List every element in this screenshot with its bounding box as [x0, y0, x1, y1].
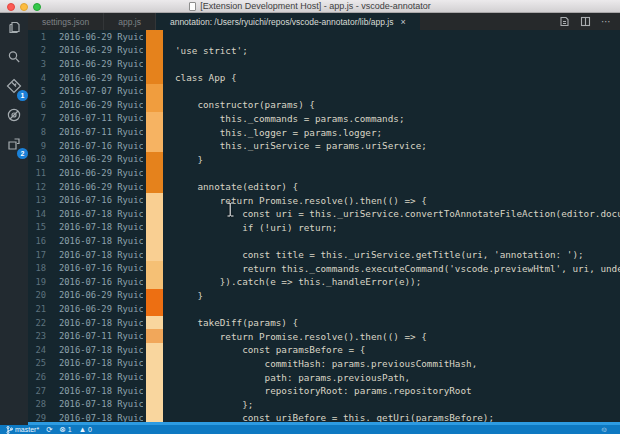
- annotation-line[interactable]: 27 2016-07-18 Ryuich. repositoryRoot: pa…: [28, 384, 620, 398]
- heat-strip: [146, 234, 163, 248]
- annotation-line[interactable]: 23 2016-07-11 Ryuich. return Promise.res…: [28, 329, 620, 343]
- annotation-line[interactable]: 13 2016-07-16 Ryuich. return Promise.res…: [28, 193, 620, 207]
- line-number: 17: [28, 250, 46, 260]
- code-text: if (!uri) return;: [175, 222, 337, 233]
- annotation-editor[interactable]: 1 2016-06-29 Ryuich. 2 2016-06-29 Ryuich…: [28, 30, 620, 425]
- heat-strip: [146, 289, 163, 303]
- commit-date-author: 2016-06-29 Ryuich.: [59, 32, 143, 42]
- zoom-window-button[interactable]: [33, 3, 41, 11]
- code-text: this._logger = params.logger;: [175, 127, 382, 138]
- line-number: 12: [28, 182, 46, 192]
- heat-strip: [146, 112, 163, 126]
- split-editor-icon[interactable]: [580, 16, 591, 27]
- code-text: constructor(params) {: [175, 99, 315, 110]
- status-bar: master* ⟳ ⊗ 1 ▲ 0 ☺: [0, 425, 620, 434]
- annotation-line[interactable]: 1 2016-06-29 Ryuich.: [28, 30, 620, 44]
- line-number: 16: [28, 236, 46, 246]
- branch-icon: [6, 426, 13, 434]
- line-number: 10: [28, 154, 46, 164]
- sidebar-item-extensions[interactable]: 2: [0, 129, 28, 158]
- heat-strip: [146, 275, 163, 289]
- code-text: takeDiff(params) {: [175, 317, 298, 328]
- annotation-line[interactable]: 17 2016-07-18 Ryuich. const title = this…: [28, 248, 620, 262]
- git-branch-status[interactable]: master*: [6, 426, 39, 434]
- annotation-line[interactable]: 14 2016-07-18 Ryuich. const uri = this._…: [28, 207, 620, 221]
- heat-strip: [146, 84, 163, 98]
- search-icon: [6, 49, 22, 65]
- commit-date-author: 2016-07-11 Ryuich.: [59, 331, 143, 341]
- line-number: 15: [28, 222, 46, 232]
- annotation-line[interactable]: 26 2016-07-18 Ryuich. path: params.previ…: [28, 370, 620, 384]
- heat-strip: [146, 193, 163, 207]
- code-text: commitHash: params.previousCommitHash,: [175, 358, 477, 369]
- annotation-line[interactable]: 25 2016-07-18 Ryuich. commitHash: params…: [28, 357, 620, 371]
- code-text: const title = this._uriService.getTitle(…: [175, 249, 584, 260]
- commit-date-author: 2016-07-18 Ryuich.: [59, 372, 143, 382]
- annotation-line[interactable]: 24 2016-07-18 Ryuich. const paramsBefore…: [28, 343, 620, 357]
- heat-strip: [146, 207, 163, 221]
- commit-date-author: 2016-06-29 Ryuich.: [59, 100, 143, 110]
- heat-strip: [146, 370, 163, 384]
- line-number: 2: [28, 45, 46, 55]
- sidebar-item-search[interactable]: [0, 42, 28, 71]
- annotation-line[interactable]: 7 2016-07-11 Ryuich. this._commands = pa…: [28, 112, 620, 126]
- warning-count[interactable]: ▲ 0: [79, 425, 92, 434]
- heat-strip: [146, 384, 163, 398]
- code-text: }: [175, 290, 203, 301]
- sync-icon[interactable]: ⟳: [46, 425, 52, 434]
- heat-strip: [146, 57, 163, 71]
- commit-date-author: 2016-07-16 Ryuich.: [59, 195, 143, 205]
- tab-app-js[interactable]: app.js: [104, 13, 156, 30]
- tab-label: app.js: [118, 17, 141, 27]
- close-tab-icon[interactable]: ×: [400, 17, 405, 27]
- annotation-line[interactable]: 4 2016-06-29 Ryuich. class App {: [28, 71, 620, 85]
- open-preview-icon[interactable]: [559, 16, 570, 27]
- feedback-smiley-icon[interactable]: ☺: [600, 425, 608, 434]
- editor-actions: ⋯: [559, 13, 620, 30]
- annotation-line[interactable]: 3 2016-06-29 Ryuich.: [28, 57, 620, 71]
- annotation-line[interactable]: 28 2016-07-18 Ryuich. };: [28, 397, 620, 411]
- annotation-line[interactable]: 22 2016-07-18 Ryuich. takeDiff(params) {: [28, 316, 620, 330]
- tab-bar: settings.json app.js annotation: /Users/…: [28, 13, 620, 30]
- tab-settings-json[interactable]: settings.json: [28, 13, 104, 30]
- line-number: 7: [28, 113, 46, 123]
- sidebar-item-git[interactable]: 1: [0, 71, 28, 100]
- commit-date-author: 2016-06-29 Ryuich.: [59, 304, 143, 314]
- sidebar-item-explorer[interactable]: [0, 13, 28, 42]
- line-number: 1: [28, 32, 46, 42]
- annotation-line[interactable]: 20 2016-06-29 Ryuich. }: [28, 289, 620, 303]
- annotation-line[interactable]: 8 2016-07-11 Ryuich. this._logger = para…: [28, 125, 620, 139]
- commit-date-author: 2016-07-18 Ryuich.: [59, 399, 143, 409]
- minimize-window-button[interactable]: [20, 3, 28, 11]
- code-text: this._commands = params.commands;: [175, 113, 405, 124]
- annotation-line[interactable]: 19 2016-07-16 Ryuich. }).catch(e => this…: [28, 275, 620, 289]
- tab-annotation-app-js[interactable]: annotation: /Users/ryuichi/repos/vscode-…: [156, 13, 420, 30]
- commit-date-author: 2016-06-29 Ryuich.: [59, 290, 143, 300]
- annotation-line[interactable]: 15 2016-07-18 Ryuich. if (!uri) return;: [28, 221, 620, 235]
- commit-date-author: 2016-07-11 Ryuich.: [59, 113, 143, 123]
- annotation-line[interactable]: 16 2016-07-18 Ryuich.: [28, 234, 620, 248]
- error-icon: ⊗: [59, 425, 65, 434]
- commit-date-author: 2016-07-18 Ryuich.: [59, 222, 143, 232]
- sidebar-item-debug[interactable]: [0, 100, 28, 129]
- error-count[interactable]: ⊗ 1: [59, 425, 71, 434]
- heat-strip: [146, 221, 163, 235]
- more-actions-icon[interactable]: ⋯: [601, 16, 612, 27]
- line-number: 28: [28, 399, 46, 409]
- code-text: class App {: [175, 72, 237, 83]
- annotation-line[interactable]: 12 2016-06-29 Ryuich. annotate(editor) {: [28, 180, 620, 194]
- tab-label: settings.json: [42, 17, 89, 27]
- annotation-line[interactable]: 21 2016-06-29 Ryuich.: [28, 302, 620, 316]
- heat-strip: [146, 125, 163, 139]
- code-text: path: params.previousPath,: [175, 372, 410, 383]
- annotation-line[interactable]: 10 2016-06-29 Ryuich. }: [28, 152, 620, 166]
- close-window-button[interactable]: [7, 3, 15, 11]
- commit-date-author: 2016-06-29 Ryuich.: [59, 182, 143, 192]
- annotation-line[interactable]: 6 2016-06-29 Ryuich. constructor(params)…: [28, 98, 620, 112]
- annotation-line[interactable]: 11 2016-06-29 Ryuich.: [28, 166, 620, 180]
- annotation-line[interactable]: 18 2016-07-16 Ryuich. return this._comma…: [28, 261, 620, 275]
- annotation-line[interactable]: 5 2016-07-07 Ryuich.: [28, 84, 620, 98]
- annotation-line[interactable]: 2 2016-06-29 Ryuich. 'use strict';: [28, 44, 620, 58]
- commit-date-author: 2016-07-16 Ryuich.: [59, 141, 143, 151]
- annotation-line[interactable]: 9 2016-07-16 Ryuich. this._uriService = …: [28, 139, 620, 153]
